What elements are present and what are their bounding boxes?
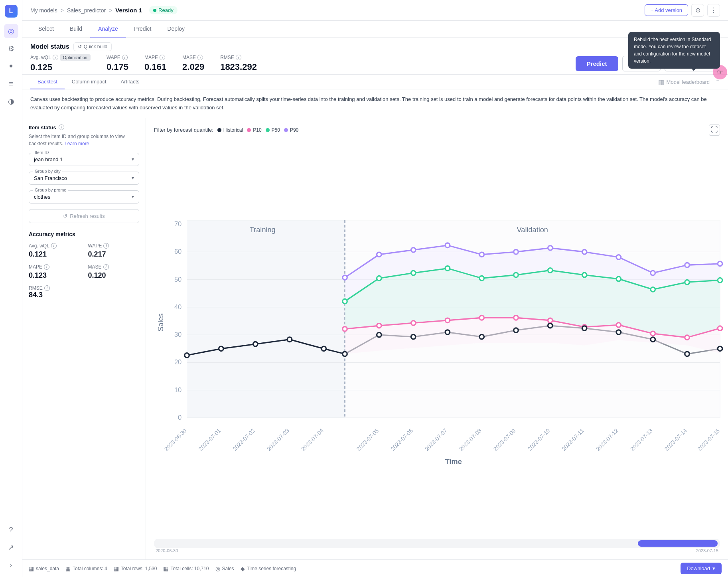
sub-tab-column-impact[interactable]: Column impact — [65, 75, 114, 89]
acc-avg-wql-info[interactable]: i — [51, 243, 57, 249]
sub-tab-expand-icon[interactable]: ⌃ — [715, 79, 720, 85]
type-icon: ◆ — [241, 565, 245, 572]
metric-rmse: RMSE i 1823.292 — [220, 55, 257, 72]
chart-date-end: 2023-07-15 — [696, 548, 718, 553]
nav-icon-plugins[interactable]: ✦ — [4, 59, 18, 73]
nav-icon-help[interactable]: ? — [4, 523, 18, 537]
svg-point-55 — [548, 318, 553, 323]
acc-mase-info[interactable]: i — [103, 264, 109, 270]
tabs-bar: Select Build Analyze Predict Deploy — [22, 21, 728, 38]
wape-info-icon[interactable]: i — [122, 55, 128, 60]
predict-button[interactable]: Predict — [576, 56, 618, 71]
acc-mape: MAPE i 0.123 — [29, 264, 80, 280]
model-leaderboard-button[interactable]: ▦ Model leaderboard — [654, 76, 714, 88]
legend-label-p10: P10 — [253, 127, 261, 133]
chart-scrollbar[interactable] — [154, 539, 720, 548]
tab-build[interactable]: Build — [62, 21, 90, 38]
metric-mase-label: MASE — [182, 55, 196, 60]
svg-text:2023-07-12: 2023-07-12 — [595, 427, 619, 452]
acc-avg-wql-label: Avg. wQL — [29, 243, 49, 249]
metric-avg-wql-label: Avg. wQL i Optimization — [30, 54, 91, 61]
chart-svg: Training Validation 0 10 20 30 40 — [154, 141, 720, 536]
svg-point-68 — [411, 334, 416, 339]
svg-point-61 — [185, 353, 189, 358]
nav-icon-export[interactable]: ↗ — [4, 540, 18, 555]
breadcrumb-my-models[interactable]: My models — [30, 7, 57, 14]
legend-p50: P50 — [266, 127, 280, 133]
download-label: Download — [687, 565, 710, 571]
item-id-dropdown[interactable]: Item ID jean brand 1 ▾ — [29, 153, 139, 166]
more-menu-button[interactable]: ⋮ — [707, 4, 720, 17]
breadcrumb-sep1: > — [61, 7, 64, 14]
metric-wape: WAPE i 0.175 — [107, 55, 128, 72]
group-by-promo-dropdown[interactable]: Group by promo clothes ▾ — [29, 190, 139, 204]
svg-text:2023-07-07: 2023-07-07 — [424, 427, 448, 452]
nav-icon-settings[interactable]: ⚙ — [4, 41, 18, 56]
chart-controls: Filter by forecast quantile: Historical … — [154, 124, 720, 136]
rmse-info-icon[interactable]: i — [236, 55, 241, 60]
svg-text:2023-07-01: 2023-07-01 — [197, 427, 222, 452]
history-button[interactable]: ⊙ — [691, 4, 704, 17]
mase-info-icon[interactable]: i — [197, 55, 203, 60]
optimization-badge: Optimization — [60, 54, 91, 61]
quick-build-badge[interactable]: ↺ Quick build — [73, 42, 112, 51]
acc-wape-info[interactable]: i — [103, 243, 109, 249]
acc-mape-label: MAPE — [29, 264, 42, 270]
acc-avg-wql: Avg. wQL i 0.121 — [29, 243, 80, 259]
target-icon: ◎ — [215, 565, 220, 572]
legend-historical: Historical — [217, 127, 243, 133]
svg-point-76 — [685, 352, 690, 356]
svg-point-54 — [514, 315, 519, 320]
add-version-button[interactable]: + Add version — [645, 4, 688, 16]
group-by-city-arrow: ▾ — [132, 175, 134, 181]
status-text: Ready — [158, 7, 174, 13]
acc-mape-info[interactable]: i — [44, 264, 49, 270]
model-status-title: Model status — [30, 43, 69, 50]
svg-text:30: 30 — [174, 331, 182, 338]
svg-point-75 — [651, 337, 655, 342]
svg-point-33 — [616, 255, 621, 260]
bottom-bar: ▦ sales_data ▦ Total columns: 4 ▦ Total … — [22, 559, 728, 577]
svg-point-74 — [616, 330, 621, 335]
metric-rmse-label: RMSE — [220, 55, 234, 60]
footer-columns-text: Total columns: 4 — [73, 566, 107, 571]
svg-point-63 — [253, 342, 258, 346]
svg-text:2023-06-30: 2023-06-30 — [163, 427, 188, 452]
app-logo: L — [5, 5, 18, 18]
nav-icon-model[interactable]: ◎ — [4, 24, 18, 38]
tab-deploy[interactable]: Deploy — [159, 21, 193, 38]
legend-label-historical: Historical — [223, 127, 243, 133]
sub-tab-backtest[interactable]: Backtest — [30, 75, 65, 89]
tab-select[interactable]: Select — [30, 21, 62, 38]
chart-date-start: 2020-06-30 — [156, 548, 178, 553]
refresh-results-button[interactable]: ↺ Refresh results — [29, 209, 139, 223]
svg-point-58 — [651, 331, 655, 336]
nav-icon-expand[interactable]: › — [4, 558, 18, 572]
nav-icon-toggle[interactable]: ◑ — [4, 94, 18, 109]
svg-point-26 — [377, 252, 382, 257]
mape-info-icon[interactable]: i — [160, 55, 165, 60]
sub-tab-artifacts[interactable]: Artifacts — [114, 75, 147, 89]
svg-point-39 — [411, 271, 416, 275]
svg-point-30 — [514, 249, 519, 254]
svg-text:Time: Time — [445, 457, 462, 465]
metrics-actions: Rebuild the next version in Standard mod… — [576, 56, 720, 71]
breadcrumb-predictor[interactable]: Sales_predictor — [67, 7, 106, 14]
footer-item-type: ◆ Time series forecasting — [241, 565, 296, 572]
chart-scrollbar-thumb[interactable] — [638, 540, 718, 547]
chart-expand-button[interactable]: ⛶ — [709, 124, 720, 136]
tab-analyze[interactable]: Analyze — [90, 21, 126, 38]
group-by-city-dropdown[interactable]: Group by city San Francisco ▾ — [29, 172, 139, 185]
acc-rmse-info[interactable]: i — [44, 285, 50, 291]
learn-more-link[interactable]: Learn more — [65, 141, 89, 146]
tab-predict[interactable]: Predict — [126, 21, 160, 38]
item-id-label: Item ID — [33, 150, 50, 155]
nav-icon-list[interactable]: ≡ — [4, 77, 18, 91]
quick-build-label: Quick build — [84, 44, 107, 49]
acc-mape-value: 0.123 — [29, 271, 80, 280]
download-button[interactable]: Download ▾ — [681, 563, 722, 574]
svg-text:0: 0 — [178, 414, 182, 421]
avg-wql-info-icon[interactable]: i — [53, 55, 58, 60]
item-status-info-icon[interactable]: i — [59, 124, 64, 130]
acc-rmse: RMSE i 84.3 — [29, 285, 139, 299]
